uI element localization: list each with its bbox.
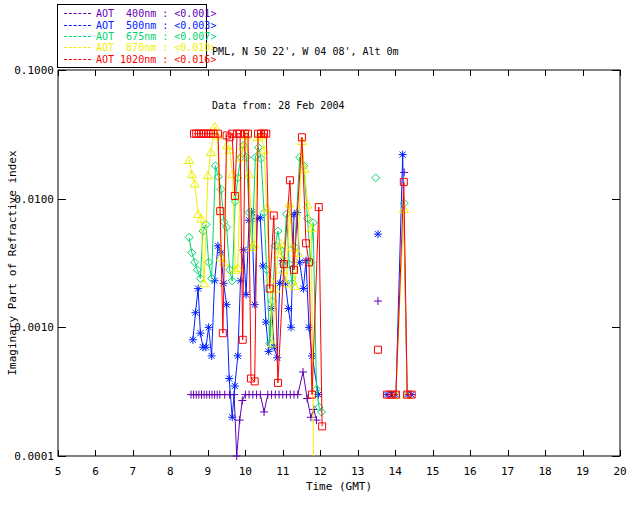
x-tick-label: 10: [239, 465, 252, 478]
y-tick-label: 0.0100: [14, 193, 54, 206]
x-tick-label: 17: [501, 465, 514, 478]
series-line: [387, 182, 412, 395]
x-tick-label: 9: [205, 465, 212, 478]
header-info: PML, N 50 22', W 04 08', Alt 0m Data fro…: [212, 7, 399, 151]
legend-label: AOT 400nm : <0.001>: [96, 8, 216, 19]
x-axis-label: Time (GMT): [306, 480, 372, 493]
x-tick-label: 14: [389, 465, 403, 478]
x-tick-label: 6: [92, 465, 99, 478]
legend-item-500nm: AOT 500nm : <0.003>: [64, 19, 204, 30]
legend: AOT 400nm : <0.001>AOT 500nm : <0.003>AO…: [57, 4, 207, 68]
x-tick-label: 11: [276, 465, 289, 478]
legend-item-400nm: AOT 400nm : <0.001>: [64, 8, 204, 19]
series-1020nm: [191, 130, 416, 430]
x-tick-label: 15: [426, 465, 439, 478]
legend-label: AOT 1020nm : <0.016>: [96, 54, 216, 65]
aot-refractive-index-chart: AOT 400nm : <0.001>AOT 500nm : <0.003>AO…: [0, 0, 640, 512]
y-tick-label: 0.1000: [14, 64, 54, 77]
x-tick-label: 7: [130, 465, 137, 478]
legend-item-870nm: AOT 870nm : <0.010>: [64, 42, 204, 53]
legend-line-swatch: [64, 25, 91, 26]
x-tick-label: 20: [613, 465, 626, 478]
x-tick-label: 16: [464, 465, 477, 478]
series-line: [189, 126, 313, 456]
x-tick-label: 5: [55, 465, 62, 478]
x-tick-label: 12: [314, 465, 327, 478]
y-tick-label: 0.0010: [14, 321, 54, 334]
legend-line-swatch: [64, 59, 91, 60]
legend-item-675nm: AOT 675nm : <0.007>: [64, 31, 204, 42]
legend-label: AOT 675nm : <0.007>: [96, 31, 216, 42]
legend-line-swatch: [64, 47, 91, 48]
y-axis-label: Imaginary Part of Refractive index: [6, 150, 19, 376]
legend-line-swatch: [64, 36, 91, 37]
legend-item-1020nm: AOT 1020nm : <0.016>: [64, 54, 204, 65]
station-info: PML, N 50 22', W 04 08', Alt 0m: [212, 43, 399, 61]
legend-line-swatch: [64, 13, 91, 14]
series-line: [387, 155, 412, 395]
x-tick-label: 19: [576, 465, 589, 478]
x-tick-label: 18: [538, 465, 551, 478]
x-tick-label: 13: [351, 465, 364, 478]
data-date: Data from: 28 Feb 2004: [212, 97, 399, 115]
legend-label: AOT 870nm : <0.010>: [96, 42, 216, 53]
x-tick-label: 8: [167, 465, 174, 478]
y-tick-label: 0.0001: [14, 450, 54, 463]
legend-label: AOT 500nm : <0.003>: [96, 20, 216, 31]
